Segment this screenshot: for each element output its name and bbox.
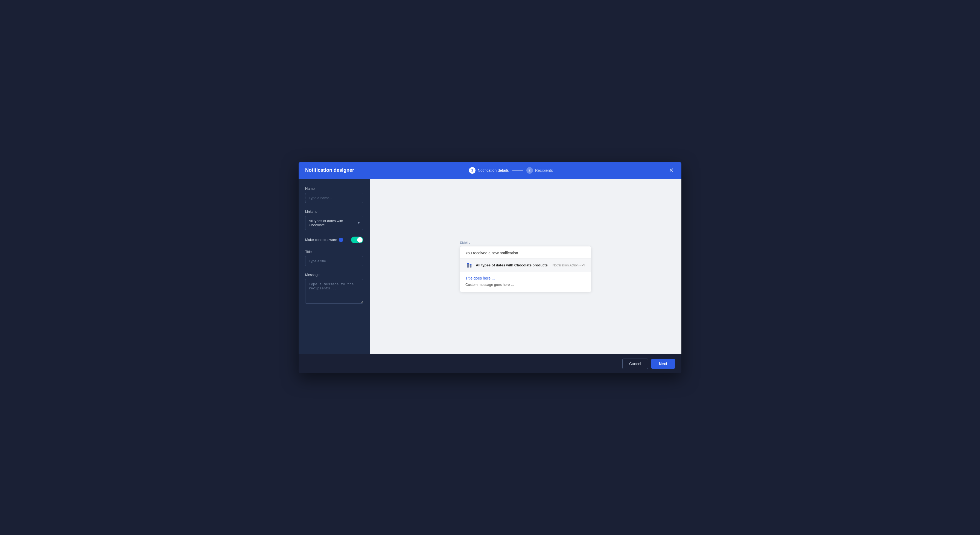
svg-rect-2 <box>467 263 469 264</box>
email-title-link[interactable]: Title goes here ... <box>465 276 586 280</box>
links-to-value: All types of dates with Chocolate ... <box>309 219 358 227</box>
title-field-group: Title <box>305 250 363 266</box>
links-to-field-group: Links to All types of dates with Chocola… <box>305 210 363 230</box>
links-to-select[interactable]: All types of dates with Chocolate ... ▾ <box>305 216 363 230</box>
email-received-text: You received a new notification <box>460 247 591 258</box>
notification-name: All types of dates with Chocolate produc… <box>476 263 548 267</box>
email-card: You received a new notification <box>460 247 591 292</box>
name-label: Name <box>305 186 363 191</box>
step-2-label: Recipients <box>535 168 553 173</box>
preview-area: EMAIL You received a new notification <box>370 179 681 354</box>
step-1: 1 Notification details <box>469 167 509 174</box>
modal-body: Name Links to All types of dates with Ch… <box>299 179 681 354</box>
step-2-number: 2 <box>527 167 533 174</box>
title-input[interactable] <box>305 256 363 266</box>
preview-container: EMAIL You received a new notification <box>460 241 591 292</box>
report-icon <box>465 261 473 269</box>
modal-title: Notification designer <box>305 167 354 173</box>
info-icon[interactable]: i <box>339 238 343 242</box>
sidebar: Name Links to All types of dates with Ch… <box>299 179 370 354</box>
email-body: Title goes here ... Custom message goes … <box>460 272 591 292</box>
chevron-down-icon: ▾ <box>358 221 360 225</box>
name-input[interactable] <box>305 193 363 203</box>
title-label: Title <box>305 250 363 254</box>
close-button[interactable]: ✕ <box>668 166 675 175</box>
step-2: 2 Recipients <box>527 167 553 174</box>
message-textarea[interactable] <box>305 279 363 304</box>
message-label: Message <box>305 273 363 277</box>
step-1-label: Notification details <box>478 168 509 173</box>
modal-footer: Cancel Next <box>299 354 681 373</box>
cancel-button[interactable]: Cancel <box>622 358 648 369</box>
modal-header: Notification designer 1 Notification det… <box>299 162 681 179</box>
email-message-text: Custom message goes here ... <box>465 283 514 287</box>
context-aware-field-group: Make context-aware i <box>305 237 363 243</box>
message-field-group: Message <box>305 273 363 304</box>
name-field-group: Name <box>305 186 363 203</box>
context-aware-toggle[interactable] <box>351 237 363 243</box>
email-notification-row: All types of dates with Chocolate produc… <box>460 258 591 272</box>
step-divider <box>512 170 523 171</box>
links-to-label: Links to <box>305 210 363 213</box>
modal-overlay: Notification designer 1 Notification det… <box>299 162 681 373</box>
email-notification-left: All types of dates with Chocolate produc… <box>465 261 548 269</box>
stepper: 1 Notification details 2 Recipients <box>469 167 553 174</box>
context-aware-label: Make context-aware i <box>305 238 343 242</box>
next-button[interactable]: Next <box>651 359 675 369</box>
step-1-number: 1 <box>469 167 476 174</box>
context-aware-row: Make context-aware i <box>305 237 363 243</box>
svg-rect-3 <box>470 264 471 265</box>
toggle-thumb <box>357 237 363 243</box>
preview-section-label: EMAIL <box>460 241 471 244</box>
notification-action: Notification Action - PT <box>553 263 586 267</box>
